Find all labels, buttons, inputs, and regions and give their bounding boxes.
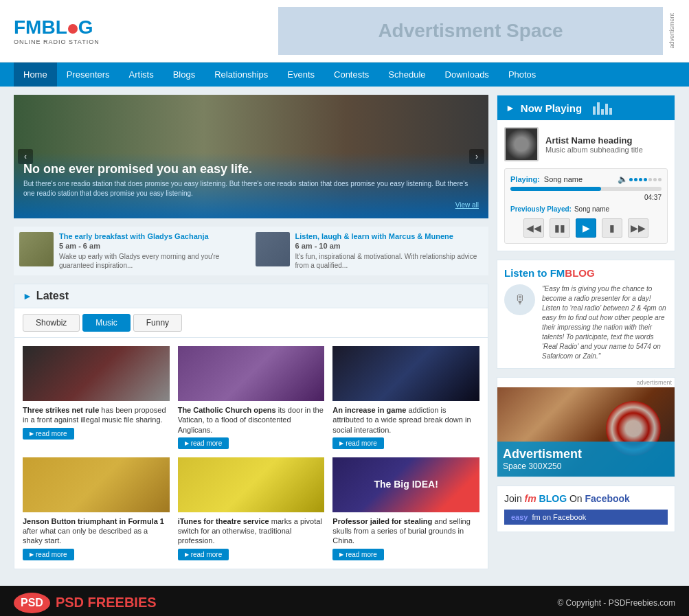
article-title-5: iTunes for theatre service marks a pivot… [178,516,325,546]
pause-button[interactable]: ▮▮ [550,218,570,238]
playing-song: Song name [544,175,583,183]
playing-label: Playing: [510,175,540,183]
ad-banner: Advertisment Space [278,7,663,55]
read-more-btn-1[interactable]: read more [23,428,74,440]
ad-image: Advertisment Space 300X250 [497,387,675,477]
player-content: Artist Name heading Music album subheadi… [497,120,675,251]
stop-button[interactable]: ▮ [602,218,622,238]
eq-bar-4 [605,104,608,115]
show-previews: The early breakfast with Gladys Gachanja… [14,227,488,275]
ad-overlay: Advertisment Space 300X250 [497,442,675,477]
tab-funny[interactable]: Funny [133,314,182,332]
listen-text: "Easy fm is giving you the chance to bec… [542,284,668,361]
footer-logo: PSD PSD FREEBIES [14,593,157,613]
nav-photos[interactable]: Photos [499,62,545,87]
vol-dot-4 [644,178,647,181]
progress-time: 04:37 [510,194,662,201]
top-header: FMBLG ONLINE RADIO STATION Advertisment … [0,0,689,62]
nav-downloads[interactable]: Downloads [436,62,499,87]
ad-box: advertisment Advertisment Space 300X250 [497,377,675,477]
fb-easy-text: easy [511,513,528,521]
prev-track-button[interactable]: ◀◀ [523,218,544,238]
listen-title-start: Listen to [504,267,550,279]
player-buttons: ◀◀ ▮▮ ▶ ▮ ▶▶ [510,218,662,238]
eq-bar-3 [601,109,604,115]
volume-control[interactable]: 🔈 [618,174,662,184]
nav-events[interactable]: Events [278,62,324,87]
listen-microphone-icon: 🎙 [504,284,535,315]
read-more-btn-5[interactable]: read more [178,549,229,560]
prev-played-song: Song name [574,205,609,213]
now-playing-title: Now Playing [521,102,582,114]
read-more-btn-3[interactable]: read more [332,437,384,449]
nav-artists[interactable]: Artists [120,62,163,87]
psd-badge: PSD [14,593,50,613]
article-thumb-2 [178,346,325,401]
read-more-btn-6[interactable]: read more [332,549,384,560]
facebook-title: Join fm BLOG On Facebook [504,493,668,504]
prev-played-line: Previously Played: Song name [510,205,662,213]
listen-box: Listen to FMBLOG 🎙 "Easy fm is giving yo… [497,260,675,369]
now-playing-header: ► Now Playing [497,95,675,120]
logo-subtitle: ONLINE RADIO STATION [14,38,100,45]
article-card-3: An increase in game addiction is attribu… [332,346,479,449]
footer-brand: PSD FREEBIES [56,595,157,611]
vol-dot-6 [653,178,657,181]
vol-icon: 🔈 [618,174,628,184]
nav-schedule[interactable]: Schedule [379,62,435,87]
show-thumb-2 [256,232,290,266]
facebook-link[interactable]: easy fm on Facebook [504,510,668,525]
nav-contests[interactable]: Contests [324,62,379,87]
nav-home[interactable]: Home [14,62,57,87]
show-info-2: Listen, laugh & learn with Marcus & Mune… [295,232,484,270]
progress-bar[interactable] [510,187,662,191]
show-thumb-1 [19,232,54,266]
nav-presenters[interactable]: Presenters [57,62,120,87]
latest-header: ► Latest [14,284,488,308]
track-info: Artist Name heading Music album subheadi… [504,127,668,161]
latest-section: ► Latest Showbiz Music Funny Three strik… [14,284,488,569]
ad-overlay-sub: Space 300X250 [503,461,669,471]
eq-bars [593,101,612,115]
ad-banner-text: Advertisment Space [378,20,563,42]
hero-description: But there's one readio station that does… [23,179,479,198]
hero-title: No one ever promised you an easy life. [23,162,479,176]
nav-relationships[interactable]: Relationships [205,62,278,87]
fb-blog-text: BLOG [539,493,567,504]
track-thumbnail [504,127,539,161]
show-title-2: Listen, laugh & learn with Marcus & Mune… [295,232,484,240]
article-title-4: Jenson Button triumphant in Formula 1 af… [23,516,170,546]
tab-showbiz[interactable]: Showbiz [23,314,80,332]
article-thumb-4 [23,457,170,512]
show-title-1: The early breakfast with Gladys Gachanja [59,232,247,240]
vol-dot-7 [658,178,662,181]
show-item-2: Listen, laugh & learn with Marcus & Mune… [256,232,484,270]
hero-overlay: No one ever promised you an easy life. B… [14,152,488,218]
show-info-1: The early breakfast with Gladys Gachanja… [59,232,247,270]
vol-dot-3 [639,178,642,181]
tab-music[interactable]: Music [82,314,130,332]
article-card-2: The Catholic Church opens its door in th… [178,346,325,449]
eq-bar-1 [593,106,596,115]
player-controls-area: Playing: Song name 🔈 [504,168,668,244]
nav-blogs[interactable]: Blogs [163,62,205,87]
now-playing-box: ► Now Playing Artist Name heading Music … [497,95,675,251]
fb-link-rest: fm on Facebook [532,513,586,521]
article-title-3: An increase in game addiction is attribu… [332,405,479,435]
listen-brand-accent: BLOG [565,267,594,279]
hero-view-all-link[interactable]: View all [455,201,479,209]
main-container: ‹ › No one ever promised you an easy lif… [0,87,689,586]
vol-dot-5 [648,178,652,181]
next-track-button[interactable]: ▶▶ [628,218,648,238]
read-more-btn-2[interactable]: read more [178,437,229,449]
read-more-btn-4[interactable]: read more [23,549,74,560]
track-details: Artist Name heading Music album subheadi… [545,135,643,154]
show-desc-2: It's fun, inspirational & motivational. … [295,252,484,270]
fb-on-text: On [569,493,585,504]
eq-bar-2 [597,102,600,115]
play-button[interactable]: ▶ [576,218,596,238]
fb-fm-text: fm [525,493,536,504]
vol-dot-1 [629,178,633,181]
footer-freebies-text: FREEBIES [84,595,157,610]
show-time-1: 5 am - 6 am [59,242,247,250]
